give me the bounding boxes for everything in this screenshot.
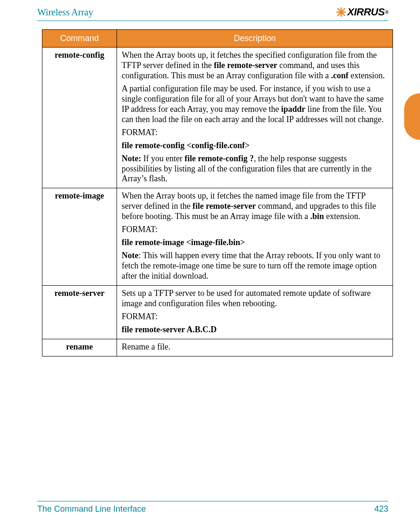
text-bold: .bin xyxy=(310,212,324,221)
page: Wireless Array XIRRUS ® Command Descript… xyxy=(0,0,420,528)
text: : This will happen every time that the A… xyxy=(122,251,380,281)
table-row: remote-image When the Array boots up, it… xyxy=(42,188,393,286)
brand-logo-text: XIRRUS xyxy=(347,6,385,18)
registered-mark: ® xyxy=(385,10,388,15)
text: Sets up a TFTP server to be used for aut… xyxy=(122,288,371,308)
header-rule xyxy=(37,21,388,21)
text: FORMAT: xyxy=(122,312,158,321)
footer-section: The Command Line Interface xyxy=(37,504,146,514)
text: FORMAT: xyxy=(122,128,158,137)
text: extension. xyxy=(324,212,360,221)
command-name: remote-server xyxy=(42,286,117,339)
text-bold: file remote-server A.B.C.D xyxy=(122,325,217,334)
command-name: remote-config xyxy=(42,48,117,188)
command-name: rename xyxy=(42,339,117,356)
command-description: When the Array boots up, it fetches the … xyxy=(117,188,393,286)
command-name: remote-image xyxy=(42,188,117,286)
xirrus-x-icon xyxy=(336,7,346,17)
command-description: Rename a file. xyxy=(117,339,393,356)
text-bold: file remote-config ? xyxy=(185,154,254,163)
text: If you enter xyxy=(141,154,185,163)
page-footer: The Command Line Interface 423 xyxy=(37,501,388,514)
page-number: 423 xyxy=(374,504,388,514)
text-bold: .conf xyxy=(331,71,349,80)
text-bold: Note xyxy=(122,251,138,260)
text-bold: ipaddr xyxy=(281,104,305,114)
page-header: Wireless Array XIRRUS ® xyxy=(37,6,388,19)
command-description: When the Array boots up, it fetches the … xyxy=(117,48,393,188)
col-header-command: Command xyxy=(42,30,117,48)
side-tab xyxy=(404,93,420,140)
col-header-description: Description xyxy=(117,30,393,48)
brand-logo: XIRRUS ® xyxy=(336,6,388,18)
text-bold: file remote-server xyxy=(214,61,277,70)
text-bold: file remote-image <image-file.bin> xyxy=(122,238,245,247)
command-description: Sets up a TFTP server to be used for aut… xyxy=(117,286,393,339)
table-header-row: Command Description xyxy=(42,30,393,48)
text: Rename a file. xyxy=(122,342,170,351)
table-row: remote-server Sets up a TFTP server to b… xyxy=(42,286,393,339)
text: extension. xyxy=(349,71,385,80)
text: FORMAT: xyxy=(122,225,158,234)
table-row: remote-config When the Array boots up, i… xyxy=(42,48,393,188)
footer-rule xyxy=(37,501,388,501)
document-title: Wireless Array xyxy=(37,7,93,18)
table-row: rename Rename a file. xyxy=(42,339,393,356)
text-bold: Note: xyxy=(122,154,141,163)
text-bold: file remote-server xyxy=(193,201,256,211)
text-bold: file remote-config <config-file.conf> xyxy=(122,141,250,150)
command-table: Command Description remote-config When t… xyxy=(42,29,393,357)
